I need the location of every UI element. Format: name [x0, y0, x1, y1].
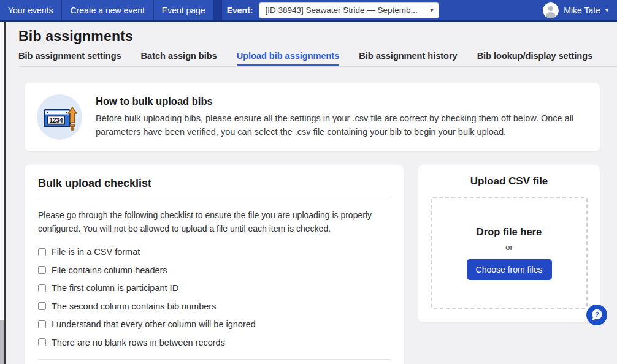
checkbox[interactable]	[38, 338, 46, 346]
checkbox[interactable]	[38, 248, 46, 256]
window-edge-strip	[0, 22, 4, 320]
how-to-title: How to bulk upload bibs	[96, 96, 588, 107]
page-content: Bib assignments Bib assignment settings …	[6, 22, 617, 364]
divider	[38, 199, 390, 199]
nav-link-your-events[interactable]: Your events	[0, 0, 62, 20]
checklist-item-column-headers[interactable]: File contains column headers	[38, 265, 390, 275]
nav-link-create-event[interactable]: Create a new event	[62, 0, 153, 20]
choose-from-files-button[interactable]: Choose from files	[467, 259, 552, 280]
nav-links: Your events Create a new event Event pag…	[0, 0, 215, 20]
user-menu[interactable]: Mike Tate ▾	[543, 0, 617, 20]
avatar	[543, 2, 559, 18]
help-button[interactable]: ?	[586, 305, 607, 325]
checkbox[interactable]	[38, 284, 46, 292]
checklist-item-csv-format[interactable]: File is in a CSV format	[38, 247, 390, 257]
upload-card-title: Upload CSV file	[431, 175, 588, 188]
checklist-item-label: The first column is participant ID	[52, 283, 178, 293]
tab-upload-bib-assignments[interactable]: Upload bib assignments	[237, 51, 340, 66]
bulk-upload-checklist-card: Bulk upload checklist Please go through …	[25, 165, 404, 364]
event-select-value: [ID 38943] Seawater Stride — Septemb...	[265, 6, 417, 15]
upload-csv-card: Upload CSV file Drop file here or Choose…	[418, 165, 600, 322]
page-title: Bib assignments	[18, 28, 617, 45]
tab-bib-assignment-history[interactable]: Bib assignment history	[359, 51, 457, 66]
how-to-body: Before bulk uploading bibs, please ensur…	[96, 112, 588, 139]
two-column-layout: Bulk upload checklist Please go through …	[25, 165, 600, 364]
bib-number-text: 1234	[49, 117, 63, 124]
chevron-down-icon: ▾	[430, 7, 433, 13]
checklist-item-first-column[interactable]: The first column is participant ID	[38, 283, 390, 293]
or-text: or	[505, 243, 513, 252]
bib-upload-icon: 1234	[37, 94, 82, 140]
file-dropzone[interactable]: Drop file here or Choose from files	[431, 197, 588, 309]
how-to-text-block: How to bulk upload bibs Before bulk uplo…	[96, 96, 588, 139]
divider	[38, 359, 390, 360]
checklist-item-other-columns-ignored[interactable]: I understand that every other column wil…	[38, 319, 390, 329]
question-mark-icon: ?	[595, 311, 599, 318]
checklist-item-label: The second column contains bib numbers	[52, 301, 216, 311]
checklist-item-label: There are no blank rows in between recor…	[52, 338, 225, 347]
checkbox[interactable]	[38, 320, 46, 328]
event-label: Event:	[227, 6, 253, 15]
chevron-down-icon: ▾	[605, 7, 608, 13]
nav-link-event-page[interactable]: Event page	[154, 0, 215, 20]
user-name: Mike Tate	[564, 6, 600, 15]
top-navbar: Your events Create a new event Event pag…	[0, 0, 617, 22]
window-edge-strip-bottom	[0, 320, 4, 364]
checkbox[interactable]	[38, 266, 46, 274]
nav-separator	[215, 0, 222, 20]
drop-file-text: Drop file here	[477, 226, 542, 238]
checklist-item-label: File is in a CSV format	[52, 247, 140, 257]
checklist-title: Bulk upload checklist	[38, 177, 390, 190]
tab-batch-assign-bibs[interactable]: Batch assign bibs	[141, 51, 217, 66]
event-select[interactable]: [ID 38943] Seawater Stride — Septemb... …	[259, 2, 439, 18]
tab-bib-lookup-display-settings[interactable]: Bib lookup/display settings	[477, 51, 593, 66]
tab-bar: Bib assignment settings Batch assign bib…	[18, 51, 617, 67]
checklist-item-second-column[interactable]: The second column contains bib numbers	[38, 301, 390, 311]
checklist-intro: Please go through the following checklis…	[38, 209, 390, 235]
event-selector-group: Event: [ID 38943] Seawater Stride — Sept…	[227, 0, 440, 20]
checklist-item-label: I understand that every other column wil…	[52, 319, 256, 329]
tab-bib-assignment-settings[interactable]: Bib assignment settings	[18, 51, 121, 66]
checklist-item-no-blank-rows[interactable]: There are no blank rows in between recor…	[38, 338, 390, 347]
checkbox[interactable]	[38, 302, 46, 310]
how-to-card: 1234 How to bulk upload bibs Before bulk…	[25, 83, 600, 151]
checklist-item-label: File contains column headers	[52, 265, 167, 275]
